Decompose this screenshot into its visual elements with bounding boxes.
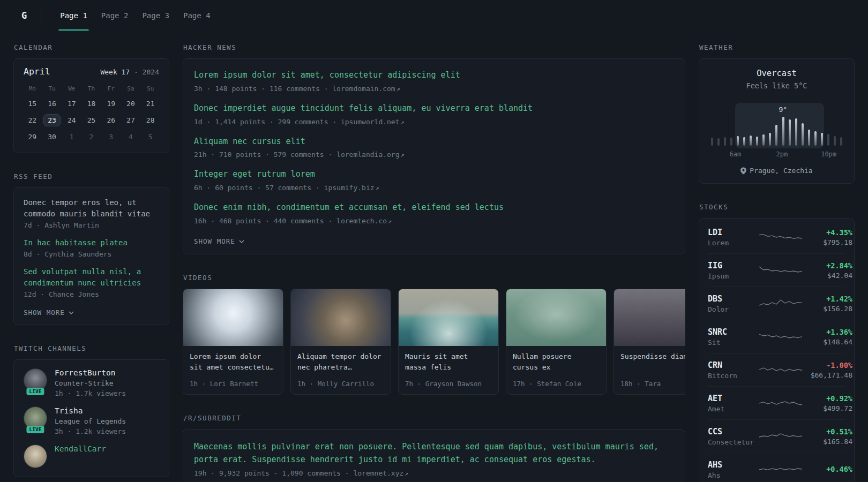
stock-identity: IIG Ipsum — [708, 261, 758, 280]
calendar-week-label: Week 17 — [100, 68, 130, 76]
calendar-day-number: 28 — [142, 114, 159, 126]
video-thumbnail[interactable] — [399, 289, 498, 346]
video-title[interactable]: Mauris sit amet massa felis — [405, 351, 492, 373]
rss-item: Donec tempor eros leo, ut commodo mauris… — [24, 197, 159, 229]
stock-row[interactable]: LDI Lorem +4.35% $795.18 — [708, 221, 845, 254]
rss-list: Donec tempor eros leo, ut commodo mauris… — [24, 197, 159, 298]
hackernews-item-domain[interactable]: loremtech.co — [336, 217, 387, 225]
hackernews-item-title[interactable]: Lorem ipsum dolor sit amet, consectetur … — [194, 70, 674, 81]
hackernews-item-title[interactable]: Aliquam nec cursus elit — [194, 136, 674, 148]
rss-item-title[interactable]: In hac habitasse platea — [24, 237, 159, 248]
rss-item-title[interactable]: Donec tempor eros leo, ut commodo mauris… — [24, 197, 159, 220]
hackernews-item-title[interactable]: Donec imperdiet augue tincidunt felis al… — [194, 103, 674, 115]
weather-time-label: 6am — [729, 150, 741, 158]
live-badge: LIVE — [26, 426, 44, 433]
stock-row[interactable]: AET Amet +0.92% $499.72 — [708, 387, 845, 420]
app-logo[interactable]: G — [21, 10, 27, 21]
stock-row[interactable]: IIG Ipsum +2.84% $42.04 — [708, 254, 845, 287]
hackernews-item-meta: 16h · 468 points · 440 comments · loremt… — [194, 217, 674, 225]
twitch-channel-name[interactable]: ForrestBurton — [55, 368, 126, 377]
twitch-channel-viewers: 3h · 1.2k viewers — [55, 427, 126, 435]
stock-sparkline — [758, 297, 803, 311]
video-meta: 18h · Tara — [620, 380, 685, 388]
video-card[interactable]: Nullam posuere cursus ex 17h · Stefan Co… — [506, 289, 607, 395]
hackernews-item: Integer eget rutrum lorem 6h · 60 points… — [194, 169, 674, 192]
stock-row[interactable]: AHS Ahs +0.46% — [708, 453, 845, 482]
stock-symbol: SNRC — [708, 327, 758, 337]
hackernews-item-title[interactable]: Donec enim nibh, condimentum et accumsan… — [194, 202, 674, 214]
rss-item: In hac habitasse platea 8d · Cynthia Sau… — [24, 237, 159, 258]
video-thumbnail[interactable] — [614, 289, 685, 346]
calendar-day: 16 — [42, 95, 62, 112]
stock-row[interactable]: CRN Bitcorn -1.00% $66,171.48 — [708, 353, 845, 387]
right-column: WEATHER Overcast Feels like 5°C 9° 6am 2… — [699, 43, 855, 482]
hackernews-item-domain[interactable]: ipsumworld.net — [341, 118, 400, 126]
calendar-header: April Week 17 · 2024 — [23, 66, 160, 77]
calendar-weekday: Sa — [121, 81, 141, 95]
stock-change: +1.36% — [803, 328, 852, 336]
twitch-channel-name[interactable]: Trisha — [55, 406, 126, 415]
external-link-icon: ↗ — [396, 85, 400, 93]
rss-item-title[interactable]: Sed volutpat nulla nisl, a condimentum n… — [24, 266, 159, 289]
calendar-day: 24 — [62, 112, 81, 129]
nav-tab[interactable]: Page 3 — [135, 0, 176, 31]
hackernews-show-more-button[interactable]: SHOW MORE — [194, 237, 244, 245]
nav-divider — [41, 10, 41, 21]
stock-row[interactable]: CCS Consectetur +0.51% $165.84 — [708, 420, 845, 453]
weather-location: Prague, Czechia — [710, 167, 843, 175]
stock-name: Lorem — [708, 239, 758, 247]
video-thumbnail[interactable] — [183, 289, 283, 346]
twitch-channel-name[interactable]: KendallCarr — [55, 445, 106, 453]
nav-tab[interactable]: Page 1 — [53, 0, 94, 31]
calendar-day-number: 30 — [43, 131, 61, 143]
calendar-day-number: 24 — [63, 114, 80, 126]
hackernews-item-domain[interactable]: loremdomain.com — [332, 85, 395, 93]
calendar-day: 19 — [101, 95, 121, 112]
twitch-channel-row: LIVE Trisha League of Legends 3h · 1.2k … — [24, 406, 159, 435]
avatar[interactable]: LIVE — [24, 406, 47, 430]
video-card[interactable]: Aliquam tempor dolor nec pharetra… 1h · … — [290, 289, 391, 395]
stock-row[interactable]: DBS Dolor +1.42% $156.28 — [708, 287, 845, 320]
subreddit-post-domain[interactable]: loremnet.xyz — [353, 469, 403, 477]
video-card[interactable]: Suspendisse diam 18h · Tara — [613, 289, 685, 395]
video-title[interactable]: Nullam posuere cursus ex — [513, 351, 600, 373]
calendar-day: 3 — [101, 129, 121, 145]
video-title[interactable]: Aliquam tempor dolor nec pharetra… — [297, 351, 384, 373]
stock-change: +1.42% — [803, 295, 852, 303]
calendar-day-number: 15 — [24, 97, 41, 110]
stock-price: $795.18 — [803, 238, 852, 246]
weather-section-title: WEATHER — [699, 43, 855, 51]
video-card[interactable]: Lorem ipsum dolor sit amet consectetu… 1… — [183, 289, 283, 395]
video-title[interactable]: Lorem ipsum dolor sit amet consectetu… — [190, 351, 276, 373]
video-card[interactable]: Mauris sit amet massa felis 7h · Grayson… — [398, 289, 499, 395]
video-meta: 1h · Molly Carrillo — [297, 380, 384, 388]
calendar-day-number: 17 — [63, 97, 80, 110]
hackernews-item-domain[interactable]: loremlandia.org — [336, 150, 399, 159]
stocks-section-title: STOCKS — [699, 203, 855, 211]
hackernews-item-meta: 1d · 1,414 points · 299 comments · ipsum… — [194, 118, 674, 126]
video-thumbnail[interactable] — [506, 289, 606, 346]
weather-time-labels: 6am 2pm 10pm — [710, 150, 843, 159]
videos-section: VIDEOS Lorem ipsum dolor sit amet consec… — [183, 274, 685, 395]
video-title[interactable]: Suspendisse diam — [620, 351, 685, 373]
nav-tab[interactable]: Page 4 — [176, 0, 218, 31]
avatar[interactable]: LIVE — [24, 368, 47, 392]
avatar[interactable]: LIVE — [24, 445, 47, 468]
hackernews-item-title[interactable]: Integer eget rutrum lorem — [194, 169, 674, 180]
video-thumbnail[interactable] — [291, 289, 391, 346]
hackernews-item-meta: 6h · 60 points · 57 comments · ipsumify.… — [194, 184, 674, 192]
calendar-day: 25 — [81, 112, 101, 129]
hackernews-item-stats: 16h · 468 points · 440 comments · — [194, 217, 336, 225]
external-link-icon: ↗ — [401, 151, 405, 159]
rss-show-more-button[interactable]: SHOW MORE — [24, 308, 74, 317]
calendar-weekday: Tu — [42, 81, 62, 95]
calendar-day: 30 — [42, 129, 62, 145]
stock-sparkline — [758, 230, 803, 244]
subreddit-post-title[interactable]: Maecenas mollis pulvinar erat non posuer… — [194, 440, 674, 466]
rss-item-meta: 12d · Chance Jones — [24, 290, 159, 298]
stock-change: +4.35% — [803, 228, 852, 237]
calendar-day-number: 2 — [85, 131, 98, 143]
nav-tab[interactable]: Page 2 — [94, 0, 136, 31]
stock-row[interactable]: SNRC Sit +1.36% $148.64 — [708, 320, 845, 353]
hackernews-item-domain[interactable]: ipsumify.biz — [324, 184, 375, 192]
